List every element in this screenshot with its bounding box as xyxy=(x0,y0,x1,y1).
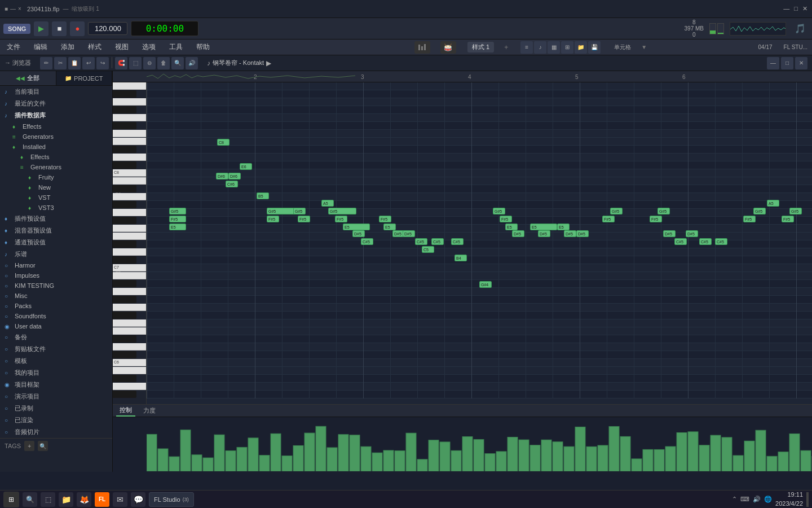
sidebar-item-28[interactable]: ○演示项目 xyxy=(0,391,112,402)
note-25[interactable]: C#5 xyxy=(431,238,444,245)
search-tag-btn[interactable]: 🔍 xyxy=(38,441,48,451)
note-2[interactable]: E5 xyxy=(169,224,186,230)
note-1[interactable]: F#5 xyxy=(169,216,186,222)
note-4[interactable]: D#6 xyxy=(228,173,241,179)
note-14[interactable]: G#5 xyxy=(328,208,356,214)
note-7[interactable]: E6 xyxy=(240,163,252,170)
equalizer-icon[interactable] xyxy=(414,41,430,54)
pr-tool-select[interactable]: ✏ xyxy=(40,57,52,69)
sidebar-item-6[interactable]: ♦Effects xyxy=(0,152,112,162)
note-33[interactable]: E5 xyxy=(530,224,557,230)
note-43[interactable]: C#5 xyxy=(674,238,687,245)
note-16[interactable]: E5 xyxy=(343,224,370,230)
menu-help[interactable]: 帮助 xyxy=(194,41,212,53)
note-34[interactable]: D#5 xyxy=(538,230,550,237)
note-39[interactable]: G#5 xyxy=(610,208,623,214)
pr-select-all[interactable]: ⬚ xyxy=(129,57,142,69)
play-btn[interactable]: ▶ xyxy=(34,21,48,36)
pr-tool-paste[interactable]: 📋 xyxy=(68,57,81,69)
sidebar-item-24[interactable]: ○剪贴板文件 xyxy=(0,343,112,355)
fl-app-btn[interactable]: FL Studio (3) xyxy=(149,492,194,507)
note-12[interactable]: F#5 xyxy=(298,216,310,222)
pr-grid[interactable]: G#5F#5E5D#6D#6C#6C8E6G#5F#5B5G#5F#5A5G#5… xyxy=(147,82,812,404)
sidebar-item-12[interactable]: ♦插件预设值 xyxy=(0,213,112,225)
note-28[interactable]: G#4 xyxy=(479,281,492,288)
note-45[interactable]: C#5 xyxy=(699,238,712,245)
mixer-icon[interactable]: ≡ xyxy=(520,41,533,54)
note-46[interactable]: C#5 xyxy=(715,238,727,245)
mail-icon[interactable]: ✉ xyxy=(113,492,127,507)
sidebar-item-8[interactable]: ♦Fruity xyxy=(0,172,112,182)
sidebar-item-26[interactable]: ○我的项目 xyxy=(0,367,112,379)
sidebar-item-22[interactable]: ◉User data xyxy=(0,321,112,331)
task-view-btn[interactable]: ⬚ xyxy=(41,492,55,507)
step-icon[interactable]: ⊞ xyxy=(561,41,573,54)
pr-delete[interactable]: 🗑 xyxy=(157,57,170,69)
note-50[interactable]: G#5 xyxy=(789,208,802,214)
browser-icon[interactable]: 📁 xyxy=(575,41,587,54)
minimize-btn[interactable]: — xyxy=(783,5,789,12)
pr-zoom[interactable]: 🔍 xyxy=(171,57,184,69)
song-mode-btn[interactable]: SONG xyxy=(3,24,30,34)
tab-velocity[interactable]: 力度 xyxy=(140,405,159,416)
show-desktop-btn[interactable] xyxy=(806,492,809,507)
tab-control[interactable]: 控制 xyxy=(116,405,135,417)
note-42[interactable]: D#5 xyxy=(663,230,676,237)
close-btn[interactable]: ✕ xyxy=(802,5,807,12)
sidebar-item-16[interactable]: ○Harmor xyxy=(0,260,112,270)
stop-btn[interactable]: ■ xyxy=(52,21,67,36)
note-13[interactable]: A5 xyxy=(321,200,334,207)
note-5[interactable]: C#6 xyxy=(226,181,238,187)
pr-close-btn[interactable]: ✕ xyxy=(795,57,807,69)
drum-icon[interactable]: 🥁 xyxy=(440,41,456,54)
note-23[interactable]: C#5 xyxy=(415,238,427,245)
note-31[interactable]: E5 xyxy=(505,224,518,230)
sidebar-item-7[interactable]: ≡Generators xyxy=(0,162,112,172)
new-tag-btn[interactable]: + xyxy=(24,441,34,451)
note-22[interactable]: D#5 xyxy=(403,230,415,237)
sys-arrow[interactable]: ⌃ xyxy=(732,496,737,503)
sidebar-item-17[interactable]: ○Impulses xyxy=(0,270,112,281)
sidebar-item-15[interactable]: ♪乐谱 xyxy=(0,248,112,260)
note-30[interactable]: F#5 xyxy=(500,216,512,222)
fl-studio-icon[interactable]: FL xyxy=(95,492,109,507)
pr-snap[interactable]: 🧲 xyxy=(115,57,127,69)
menu-options[interactable]: 选项 xyxy=(140,41,158,53)
tab-all[interactable]: ◀◀ 全部 xyxy=(0,71,56,85)
explorer-icon[interactable]: 📁 xyxy=(59,492,73,507)
sidebar-item-19[interactable]: ○Misc xyxy=(0,291,112,301)
note-48[interactable]: G#5 xyxy=(753,208,766,214)
sys-volume[interactable]: 🔊 xyxy=(753,496,761,503)
menu-style[interactable]: 样式 xyxy=(86,41,104,53)
note-49[interactable]: F#5 xyxy=(782,216,794,222)
menu-add[interactable]: 添加 xyxy=(59,41,77,53)
sidebar-item-23[interactable]: ○备份 xyxy=(0,331,112,343)
pr-expand-icon[interactable]: ▶ xyxy=(266,59,271,67)
note-59[interactable]: A5 xyxy=(767,200,779,207)
sidebar-item-21[interactable]: ○Soundfonts xyxy=(0,311,112,321)
search-taskbar-btn[interactable]: 🔍 xyxy=(23,492,37,507)
playlist-icon[interactable]: ▦ xyxy=(548,41,560,54)
menu-tools[interactable]: 工具 xyxy=(167,41,185,53)
pr-deselect[interactable]: ⊖ xyxy=(143,57,156,69)
sidebar-item-25[interactable]: ○模板 xyxy=(0,355,112,367)
note-38[interactable]: F#5 xyxy=(602,216,615,222)
note-3[interactable]: D#6 xyxy=(216,173,228,179)
note-9[interactable]: F#5 xyxy=(267,216,279,222)
style-label[interactable]: 样式 1 xyxy=(467,42,494,52)
note-36[interactable]: D#5 xyxy=(564,230,576,237)
pr-tool-cut[interactable]: ✂ xyxy=(54,57,67,69)
sidebar-item-5[interactable]: ♦Installed xyxy=(0,142,112,152)
sidebar-item-31[interactable]: ○音频切片 xyxy=(0,426,112,438)
piano-icon[interactable]: ♪ xyxy=(534,41,546,54)
sidebar-item-9[interactable]: ♦New xyxy=(0,182,112,192)
sidebar-item-18[interactable]: ○KIM TESTING xyxy=(0,281,112,291)
sidebar-item-1[interactable]: ♪最近的文件 xyxy=(0,98,112,110)
note-26[interactable]: C#5 xyxy=(451,238,464,245)
start-btn[interactable]: ⊞ xyxy=(3,492,19,507)
sidebar-item-4[interactable]: ≡Generators xyxy=(0,132,112,142)
note-18[interactable]: C#5 xyxy=(361,238,373,245)
note-20[interactable]: E5 xyxy=(383,224,396,230)
note-44[interactable]: D#5 xyxy=(686,230,698,237)
sidebar-item-10[interactable]: ♦VST xyxy=(0,192,112,203)
